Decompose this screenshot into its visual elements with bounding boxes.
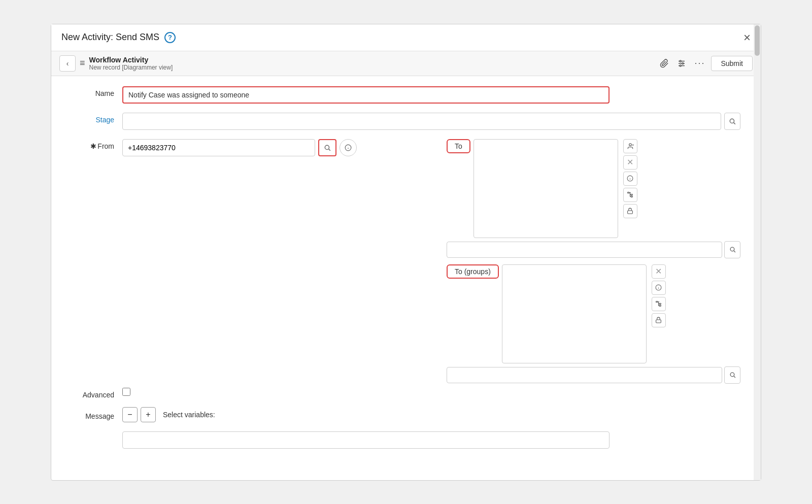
stage-row: Stage xyxy=(61,113,740,130)
svg-point-13 xyxy=(629,143,631,146)
svg-line-7 xyxy=(734,122,735,124)
from-label: ✱ From xyxy=(61,139,122,150)
stage-search-button[interactable] xyxy=(724,113,740,130)
message-label: Message xyxy=(61,409,122,420)
svg-point-4 xyxy=(682,62,684,64)
help-icon[interactable]: ? xyxy=(164,32,176,43)
svg-rect-21 xyxy=(631,196,632,197)
advanced-row: Advanced xyxy=(61,388,740,399)
svg-rect-39 xyxy=(656,320,661,323)
svg-rect-20 xyxy=(631,194,632,195)
to-search-btn[interactable] xyxy=(724,241,740,258)
groups-info-button[interactable] xyxy=(652,281,666,295)
groups-delete-button[interactable]: ✕ xyxy=(652,264,666,279)
message-row: Message − + Select variables: xyxy=(61,407,740,422)
toolbar-left: ‹ ≡ Workflow Activity New record [Diagra… xyxy=(59,55,654,72)
svg-point-8 xyxy=(325,145,329,149)
scrollbar[interactable] xyxy=(754,24,761,480)
advanced-label: Advanced xyxy=(61,388,122,399)
groups-lock-button[interactable] xyxy=(652,313,666,327)
to-textarea[interactable] xyxy=(473,139,618,238)
from-input[interactable] xyxy=(122,139,315,156)
advanced-checkbox[interactable] xyxy=(122,388,130,396)
svg-point-27 xyxy=(730,247,734,251)
stage-input[interactable] xyxy=(122,113,721,130)
from-to-row: ✱ From xyxy=(61,139,740,384)
groups-search-input[interactable] xyxy=(447,367,722,383)
minus-button[interactable]: − xyxy=(122,407,138,422)
to-icons: ✕ xyxy=(623,139,637,218)
modal-title-area: New Activity: Send SMS ? xyxy=(61,32,176,43)
to-groups-label[interactable]: To (groups) xyxy=(447,264,499,279)
to-groups-icons: ✕ xyxy=(652,264,666,327)
more-button[interactable]: ··· xyxy=(692,56,707,71)
svg-point-3 xyxy=(680,60,682,62)
to-tree-button[interactable] xyxy=(623,188,637,202)
groups-tree-button[interactable] xyxy=(652,297,666,311)
to-info-button[interactable] xyxy=(623,172,637,186)
to-groups-textarea[interactable] xyxy=(502,264,647,363)
svg-rect-33 xyxy=(659,303,661,304)
svg-point-5 xyxy=(680,65,682,66)
toolbar-title: Workflow Activity xyxy=(89,56,173,64)
add-user-button[interactable] xyxy=(623,139,637,153)
stage-label: Stage xyxy=(61,113,122,124)
plus-button[interactable]: + xyxy=(141,407,156,422)
svg-rect-26 xyxy=(628,211,633,214)
svg-line-41 xyxy=(733,376,735,378)
svg-point-40 xyxy=(730,373,734,377)
name-input[interactable] xyxy=(122,86,610,104)
settings-button[interactable] xyxy=(675,57,688,70)
toolbar-subtitle: New record [Diagrammer view] xyxy=(89,64,173,71)
name-label: Name xyxy=(61,86,122,97)
groups-search-btn[interactable] xyxy=(724,366,740,384)
close-button[interactable]: × xyxy=(743,31,751,44)
svg-rect-34 xyxy=(659,305,661,306)
to-search-input[interactable] xyxy=(447,242,722,258)
attachment-button[interactable] xyxy=(658,57,671,70)
svg-line-9 xyxy=(329,149,330,150)
name-row: Name xyxy=(61,86,740,104)
modal: New Activity: Send SMS ? × ‹ ≡ Workflow … xyxy=(51,24,761,481)
from-search-button[interactable] xyxy=(318,139,336,156)
svg-line-28 xyxy=(733,251,735,252)
stage-field xyxy=(122,113,740,130)
back-button[interactable]: ‹ xyxy=(59,55,76,72)
from-info-button[interactable] xyxy=(340,139,357,156)
form-content: Name Stage ✱ From xyxy=(51,76,761,480)
required-star: ✱ xyxy=(90,142,96,150)
modal-header: New Activity: Send SMS ? × xyxy=(51,24,761,51)
to-label[interactable]: To xyxy=(447,139,470,153)
modal-title: New Activity: Send SMS xyxy=(61,32,159,43)
toolbar-right: ··· Submit xyxy=(658,56,753,71)
menu-icon-button[interactable]: ≡ xyxy=(80,58,85,69)
message-input[interactable] xyxy=(122,431,610,449)
to-delete-button[interactable]: ✕ xyxy=(623,155,637,170)
svg-rect-19 xyxy=(628,192,629,193)
to-lock-button[interactable] xyxy=(623,204,637,218)
message-field: − + Select variables: xyxy=(122,407,740,422)
scrollbar-thumb xyxy=(755,25,760,56)
from-field xyxy=(122,139,416,156)
advanced-field xyxy=(122,388,740,396)
submit-button[interactable]: Submit xyxy=(711,56,753,71)
svg-rect-32 xyxy=(656,301,658,303)
toolbar-info: Workflow Activity New record [Diagrammer… xyxy=(89,56,173,71)
toolbar: ‹ ≡ Workflow Activity New record [Diagra… xyxy=(51,51,761,76)
name-field xyxy=(122,86,740,104)
svg-point-6 xyxy=(730,119,734,123)
select-variables-label: Select variables: xyxy=(163,411,215,419)
